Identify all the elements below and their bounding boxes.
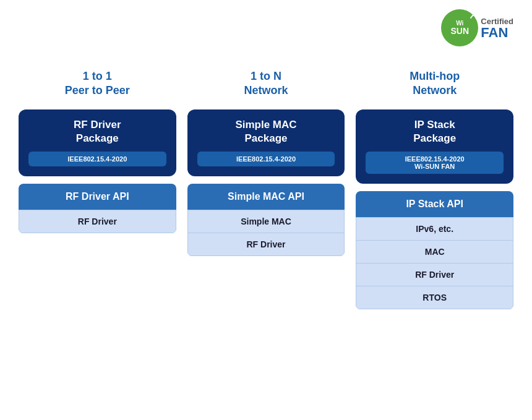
col1-header: 1 to 1Peer to Peer [65,65,130,102]
col2-api-box: Simple MAC API Simple MAC RF Driver [187,184,345,256]
col2-package-badge: IEEE802.15.4-2020 [197,152,335,166]
col1-api-box: RF Driver API RF Driver [19,184,176,233]
col2-api-item-2: RF Driver [187,233,345,256]
column-3: Multi-hopNetwork IP StackPackage IEEE802… [356,65,513,309]
column-2: 1 to NNetwork Simple MACPackage IEEE802.… [187,65,345,256]
wisun-circle-text: Wi SUN [450,20,469,36]
col3-api-box: IP Stack API IPv6, etc. MAC RF Driver RT… [356,191,513,309]
wisun-logo: Wi SUN Certified FAN [441,9,513,46]
col2-header: 1 to NNetwork [244,65,288,102]
columns-area: 1 to 1Peer to Peer RF DriverPackage IEEE… [19,65,513,309]
col3-api-item-2: MAC [356,241,513,264]
col3-api-title: IP Stack API [356,191,513,217]
column-1: 1 to 1Peer to Peer RF DriverPackage IEEE… [19,65,176,233]
col3-package-box: IP StackPackage IEEE802.15.4-2020Wi-SUN … [356,109,513,184]
col1-package-title: RF DriverPackage [74,118,121,145]
wisun-sun-text: SUN [450,27,469,36]
col3-api-item-1: IPv6, etc. [356,217,513,241]
col1-api-title: RF Driver API [19,184,176,210]
col2-api-item-1: Simple MAC [187,210,345,233]
wisun-circle: Wi SUN [441,9,478,46]
col2-api-title: Simple MAC API [187,184,345,210]
col3-package-title: IP StackPackage [413,118,456,145]
col1-api-item-1: RF Driver [19,210,176,233]
col3-header: Multi-hopNetwork [410,65,460,102]
wisun-label-group: Certified FAN [481,17,513,40]
wisun-fan-text: FAN [481,26,513,40]
col2-package-title: Simple MACPackage [235,118,296,145]
col2-package-box: Simple MACPackage IEEE802.15.4-2020 [187,109,345,176]
main-container: Wi SUN Certified FAN 1 to 1Peer to Peer … [0,0,532,420]
col1-package-badge: IEEE802.15.4-2020 [28,152,166,166]
col3-api-item-4: RTOS [356,286,513,309]
col3-api-item-3: RF Driver [356,264,513,286]
wisun-signal-icon [466,12,476,20]
col1-package-box: RF DriverPackage IEEE802.15.4-2020 [19,109,176,176]
col3-package-badge: IEEE802.15.4-2020Wi-SUN FAN [366,152,504,174]
